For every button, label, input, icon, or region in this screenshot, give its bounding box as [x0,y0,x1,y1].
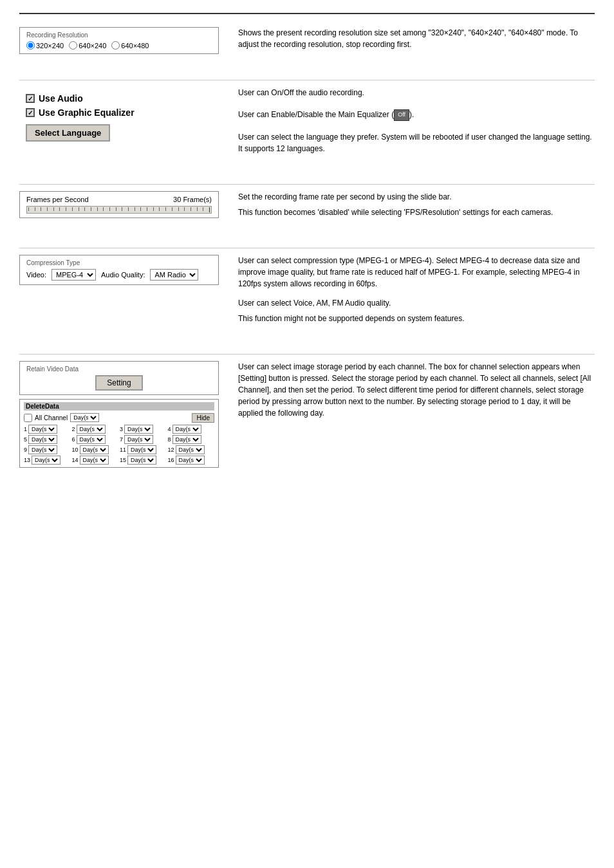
use-audio-row[interactable]: ✓ Use Audio [26,93,212,104]
section-audio: ✓ Use Audio ✓ Use Graphic Equalizer Sele… [19,87,595,165]
channel-10-select[interactable]: Day(s) [80,445,109,454]
divider-1 [19,80,595,80]
use-audio-checkbox[interactable]: ✓ [26,94,35,103]
channel-num-4: 4 [168,426,171,432]
divider-3 [19,248,595,248]
use-graphic-equalizer-label: Use Graphic Equalizer [39,107,135,118]
channel-item-5: 5 Day(s) [24,435,71,444]
video-type-select[interactable]: MPEG-4 MPEG-1 [51,269,96,281]
resolution-option-640x480[interactable]: 640×480 [111,41,149,50]
channel-14-select[interactable]: Day(s) [80,456,109,465]
equalizer-text-after: ). [409,110,414,119]
right-panel-audio: User can On/Off the audio recording. Use… [238,87,595,158]
channel-11-select[interactable]: Day(s) [127,445,156,454]
channel-item-9: 9 Day(s) [24,445,71,454]
channel-item-1: 1 Day(s) [24,425,71,434]
channel-12-select[interactable]: Day(s) [176,445,205,454]
compression-title: Compression Type [26,259,212,266]
divider-2 [19,184,595,185]
resolution-radio-group: 320×240 640×240 640×480 [26,41,212,50]
channel-num-1: 1 [24,426,27,432]
compression-box: Compression Type Video: MPEG-4 MPEG-1 Au… [19,255,219,285]
channel-grid: 1 Day(s) 2 Day(s) 3 Day(s) 4 Day(s) [24,425,214,465]
audio-quality-select[interactable]: AM Radio Voice FM Audio [150,269,198,281]
eq-toggle-widget: Off [394,109,409,121]
right-panel-compression: User can select compression type (MPEG-1… [238,255,595,328]
fps-header: Frames per Second 30 Frame(s) [26,196,212,203]
fps-slider-container[interactable] [26,206,212,214]
hide-button[interactable]: Hide [192,413,214,423]
delete-data-title: DeleteData [24,402,214,411]
channel-8-select[interactable]: Day(s) [172,435,201,444]
channel-1-select[interactable]: Day(s) [28,425,57,434]
channel-5-select[interactable]: Day(s) [28,435,57,444]
retain-title: Retain Video Data [26,365,212,373]
use-graphic-equalizer-checkbox[interactable]: ✓ [26,108,35,117]
channel-6-select[interactable]: Day(s) [77,435,106,444]
equalizer-text-before: User can Enable/Disable the Main Equaliz… [238,110,394,119]
resolution-radio-640x240[interactable] [69,41,77,50]
retain-box: Retain Video Data Setting [19,361,219,395]
select-language-button[interactable]: Select Language [26,124,110,142]
fps-description-line1: Set the recording frame rate per second … [238,191,595,203]
resolution-box: Recording Resolution 320×240 640×240 640… [19,27,219,54]
channel-num-16: 16 [168,457,174,463]
channel-num-7: 7 [120,436,123,443]
top-divider [19,13,595,14]
section-recording-resolution: Recording Resolution 320×240 640×240 640… [19,27,595,60]
fps-box: Frames per Second 30 Frame(s) [19,191,219,218]
resolution-radio-320[interactable] [26,41,35,50]
channel-num-12: 12 [168,447,174,453]
retain-description: User can select image storage period by … [238,361,595,419]
right-panel-fps: Set the recording frame rate per second … [238,191,595,222]
channel-item-4: 4 Day(s) [168,425,215,434]
channel-3-select[interactable]: Day(s) [124,425,153,434]
channel-num-10: 10 [72,447,79,453]
channel-9-select[interactable]: Day(s) [28,445,57,454]
channel-2-select[interactable]: Day(s) [77,425,106,434]
use-audio-label: Use Audio [39,93,83,104]
fps-label: Frames per Second [26,196,89,203]
channel-4-select[interactable]: Day(s) [172,425,201,434]
section-fps: Frames per Second 30 Frame(s) [19,191,595,228]
section-compression: Compression Type Video: MPEG-4 MPEG-1 Au… [19,255,595,335]
video-label: Video: [26,271,46,279]
channel-13-select[interactable]: Day(s) [32,456,60,465]
resolution-label-640x480: 640×480 [121,42,149,50]
channel-item-13: 13 Day(s) [24,456,71,465]
resolution-label-640x240: 640×240 [79,42,106,50]
channel-num-3: 3 [120,426,123,432]
left-panel-retain: Retain Video Data Setting DeleteData All… [19,361,219,468]
channel-item-14: 14 Day(s) [72,456,119,465]
channel-15-select[interactable]: Day(s) [127,456,156,465]
resolution-label-320: 320×240 [36,42,64,50]
eq-off-label: Off [398,111,405,120]
channel-num-5: 5 [24,436,27,443]
channel-7-select[interactable]: Day(s) [124,435,153,444]
audio-quality-label: Audio Quality: [101,271,145,279]
channel-item-2: 2 Day(s) [72,425,119,434]
resolution-option-640x240[interactable]: 640×240 [69,41,106,50]
channel-item-8: 8 Day(s) [168,435,215,444]
channel-num-2: 2 [72,426,75,432]
channel-item-11: 11 Day(s) [120,445,167,454]
resolution-radio-640x480[interactable] [111,41,120,50]
all-channels-checkbox[interactable] [24,414,32,422]
channel-item-10: 10 Day(s) [72,445,119,454]
left-panel-audio: ✓ Use Audio ✓ Use Graphic Equalizer Sele… [19,87,219,148]
use-graphic-equalizer-row[interactable]: ✓ Use Graphic Equalizer [26,107,212,118]
resolution-description: Shows the present recording resolution s… [238,27,595,50]
channel-num-11: 11 [120,447,126,453]
use-audio-description: User can On/Off the audio recording. [238,87,595,98]
channel-num-6: 6 [72,436,75,443]
all-channels-days-select[interactable]: Day(s) [70,413,99,422]
channel-16-select[interactable]: Day(s) [176,456,205,465]
divider-4 [19,354,595,355]
delete-all-channels-row: All Channel Day(s) Hide [24,413,214,423]
channel-item-7: 7 Day(s) [120,435,167,444]
compression-description: User can select compression type (MPEG-1… [238,255,595,290]
setting-button[interactable]: Setting [95,375,142,391]
equalizer-description: User can Enable/Disable the Main Equaliz… [238,109,595,121]
resolution-option-320[interactable]: 320×240 [26,41,64,50]
channel-item-3: 3 Day(s) [120,425,167,434]
